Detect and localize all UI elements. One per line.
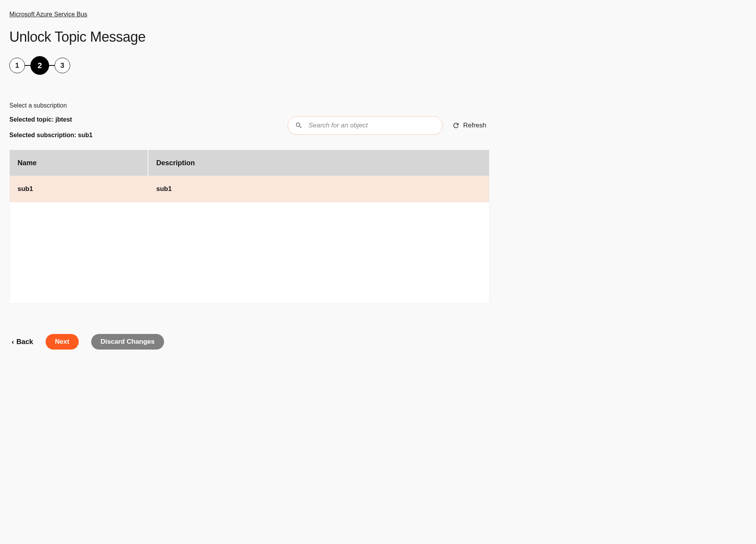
search-icon bbox=[295, 122, 303, 129]
table-header: Name Description bbox=[10, 150, 489, 176]
instruction-text: Select a subscription bbox=[9, 102, 489, 109]
search-input[interactable] bbox=[308, 122, 435, 129]
back-label: Back bbox=[16, 338, 33, 346]
step-connector bbox=[49, 65, 55, 66]
footer-actions: ‹ Back Next Discard Changes bbox=[9, 334, 489, 350]
back-button[interactable]: ‹ Back bbox=[9, 338, 33, 346]
column-header-description[interactable]: Description bbox=[148, 150, 489, 176]
stepper: 1 2 3 bbox=[9, 56, 489, 75]
step-2[interactable]: 2 bbox=[30, 56, 49, 75]
step-3[interactable]: 3 bbox=[55, 58, 70, 73]
table-row[interactable]: sub1 sub1 bbox=[10, 176, 489, 202]
refresh-button[interactable]: Refresh bbox=[452, 122, 489, 129]
step-1[interactable]: 1 bbox=[9, 58, 25, 73]
search-box[interactable] bbox=[288, 116, 443, 135]
refresh-icon bbox=[452, 122, 460, 129]
cell-name: sub1 bbox=[10, 176, 148, 202]
page-title: Unlock Topic Message bbox=[9, 29, 489, 45]
breadcrumb-link[interactable]: Microsoft Azure Service Bus bbox=[9, 11, 87, 18]
step-connector bbox=[25, 65, 30, 66]
column-header-name[interactable]: Name bbox=[10, 150, 148, 176]
cell-description: sub1 bbox=[148, 176, 489, 202]
discard-button[interactable]: Discard Changes bbox=[91, 334, 164, 350]
subscription-table: Name Description sub1 sub1 bbox=[9, 150, 489, 304]
chevron-left-icon: ‹ bbox=[12, 338, 14, 346]
refresh-label: Refresh bbox=[463, 122, 486, 129]
next-button[interactable]: Next bbox=[46, 334, 79, 350]
